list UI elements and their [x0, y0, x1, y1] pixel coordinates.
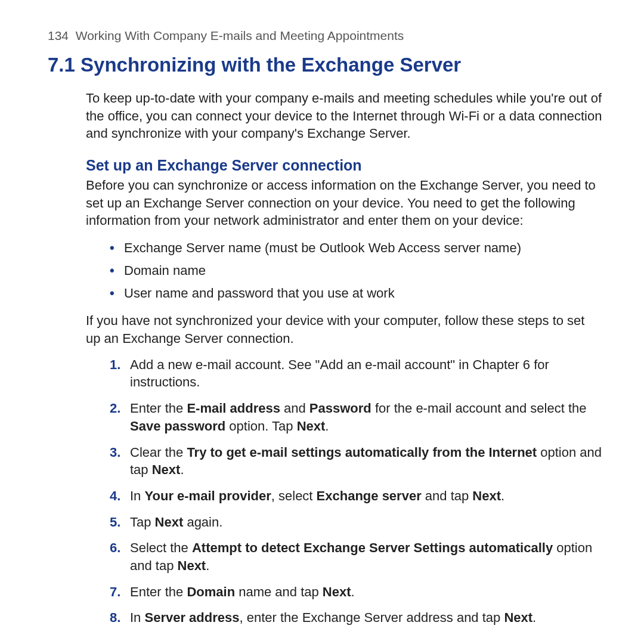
step-item: In Server address, enter the Exchange Se… [110, 609, 602, 627]
subsection-heading: Set up an Exchange Server connection [86, 157, 602, 174]
section-number: 7.1 [48, 54, 75, 76]
step-item: Enter the E-mail address and Password fo… [110, 400, 602, 435]
step-item: Add a new e-mail account. See "Add an e-… [110, 356, 602, 391]
steps-list: Add a new e-mail account. See "Add an e-… [86, 356, 602, 627]
document-page: 134 Working With Company E-mails and Mee… [0, 0, 644, 644]
page-number: 134 [48, 29, 69, 42]
transition-para: If you have not synchronized your device… [86, 312, 602, 347]
step-item: In Your e-mail provider, select Exchange… [110, 487, 602, 505]
list-item: Domain name [110, 261, 602, 281]
running-header: 134 Working With Company E-mails and Mee… [48, 29, 602, 43]
section-intro: To keep up-to-date with your company e-m… [86, 89, 602, 143]
section-title: Synchronizing with the Exchange Server [80, 54, 461, 76]
info-list: Exchange Server name (must be Outlook We… [86, 238, 602, 304]
step-item: Select the Attempt to detect Exchange Se… [110, 539, 602, 574]
subsection-preamble: Before you can synchronize or access inf… [86, 177, 602, 230]
chapter-title: Working With Company E-mails and Meeting… [76, 29, 404, 42]
list-item: Exchange Server name (must be Outlook We… [110, 238, 602, 258]
step-item: Tap Next again. [110, 513, 602, 531]
step-item: Clear the Try to get e-mail settings aut… [110, 444, 602, 479]
step-item: Enter the Domain name and tap Next. [110, 583, 602, 601]
section-heading: 7.1 Synchronizing with the Exchange Serv… [48, 54, 602, 76]
list-item: User name and password that you use at w… [110, 283, 602, 304]
